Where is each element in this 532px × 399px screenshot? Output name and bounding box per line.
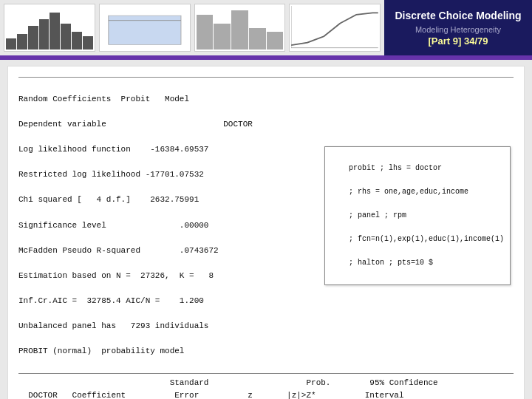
inf-crit: Inf.Cr.AIC = 32785.4 AIC/N = 1.200 <box>18 296 204 305</box>
popup-line1: probit ; lhs = doctor <box>349 164 442 172</box>
popup-line3: ; panel ; rpm <box>349 211 406 219</box>
table-section: Standard Prob. 95% Confidence DOCTOR Coe… <box>18 377 514 399</box>
chart-3 <box>194 4 286 52</box>
header-title-block: Discrete Choice Modeling Modeling Hetero… <box>384 0 532 55</box>
popup-line5: ; halton ; pts=10 $ <box>349 259 433 267</box>
model-title: Random Coefficients Probit Model <box>18 95 189 103</box>
unbalanced: Unbalanced panel has 7293 individuals <box>18 321 208 330</box>
estimation: Estimation based on N = 27326, K = 8 <box>18 271 214 280</box>
header-charts <box>0 0 384 55</box>
log-likelihood: Log likelihood function -16384.69537 <box>18 145 208 154</box>
popup-box: probit ; lhs = doctor ; rhs = one,age,ed… <box>324 146 511 285</box>
probit: PROBIT (normal) probability model <box>18 347 184 355</box>
header: Discrete Choice Modeling Modeling Hetero… <box>0 0 532 55</box>
top-divider <box>18 77 514 78</box>
chart-4 <box>289 4 381 52</box>
significance: Significance level .00000 <box>18 221 208 230</box>
table-col-headers: Standard Prob. 95% Confidence DOCTOR Coe… <box>18 377 514 399</box>
chart-2 <box>99 4 191 52</box>
restricted-ll: Restricted log likelihood -17701.07532 <box>18 170 204 179</box>
sub-title: Modeling Heterogeneity <box>415 25 501 34</box>
mcfadden: McFadden Pseudo R-squared .0743672 <box>18 246 219 255</box>
popup-line4: ; fcn=n(1),exp(1),educ(1),income(1) <box>349 235 504 243</box>
table-top-divider <box>18 373 514 374</box>
svg-rect-0 <box>109 16 181 44</box>
main-title: Discrete Choice Modeling <box>395 9 521 22</box>
main-content: Random Coefficients Probit Model Depende… <box>7 66 525 399</box>
dependent-var: Dependent variable DOCTOR <box>18 120 253 129</box>
popup-line2: ; rhs = one,age,educ,income <box>349 188 468 196</box>
part-label: [Part 9] 34/79 <box>429 35 488 47</box>
chart-1 <box>4 4 95 52</box>
purple-divider <box>0 55 532 60</box>
chi-squared: Chi squared [ 4 d.f.] 2632.75991 <box>18 195 199 204</box>
